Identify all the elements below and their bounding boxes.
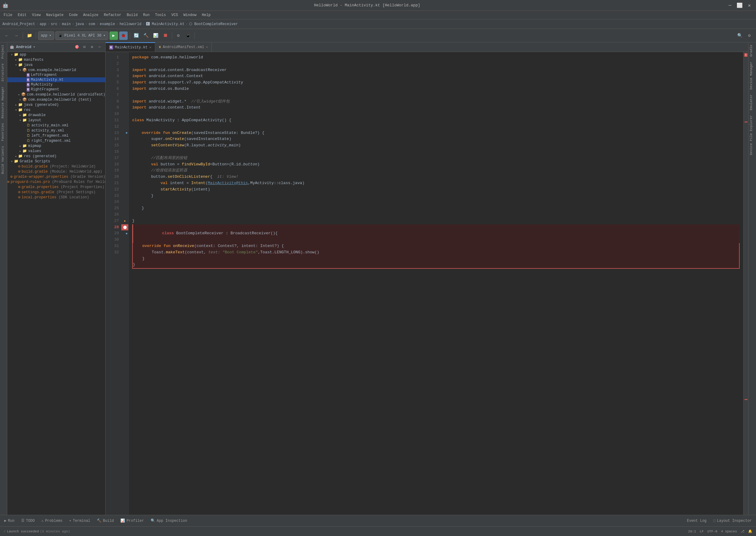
project-more-button[interactable]: ⋯: [96, 44, 103, 50]
avd-manager-button[interactable]: 📱: [184, 31, 193, 40]
breadcrumb-android-project[interactable]: Android_Project: [2, 22, 35, 26]
bottom-tab-run[interactable]: ▶ Run: [1, 517, 18, 524]
bottom-tab-todo[interactable]: ☰ TODO: [18, 517, 38, 524]
sdk-manager-button[interactable]: ⚙: [174, 31, 183, 40]
tab-mainactivity-close[interactable]: ✕: [149, 45, 152, 49]
tree-item-java[interactable]: ▾ 📁 java: [7, 62, 105, 67]
bottom-tab-profiler[interactable]: 📊 Profiler: [117, 517, 147, 524]
build-variants-toggle[interactable]: Build Variants: [0, 144, 7, 176]
menu-code[interactable]: Code: [67, 12, 80, 18]
indent[interactable]: 4 spaces: [721, 530, 737, 533]
tree-item-left-fragment[interactable]: 🗋 left_fragment.xml: [7, 133, 105, 138]
tree-item-test[interactable]: ▸ 📦 com.example.helloworld (test): [7, 97, 105, 102]
tree-item-app[interactable]: ▾ 📁 app: [7, 52, 105, 57]
settings-button[interactable]: ⚙: [745, 31, 754, 40]
sync-button[interactable]: 🔄: [132, 31, 141, 40]
tree-item-gradle-props[interactable]: ⚙ gradle.properties (Project Properties): [7, 184, 105, 189]
breadcrumb-src[interactable]: src: [51, 22, 57, 26]
menu-file[interactable]: File: [1, 12, 15, 18]
resource-manager-toggle[interactable]: Resource Manager: [0, 84, 7, 121]
tree-item-java-gen[interactable]: ▸ 📁 java (generated): [7, 102, 105, 107]
tree-item-myactivity[interactable]: K MyActivity: [7, 82, 105, 87]
forward-button[interactable]: →: [12, 31, 20, 40]
menu-help[interactable]: Help: [199, 12, 213, 18]
menu-navigate[interactable]: Navigate: [44, 12, 66, 18]
tree-item-res[interactable]: ▾ 📁 res: [7, 107, 105, 113]
tree-item-activity-my[interactable]: 🗋 activity_my.xml: [7, 128, 105, 133]
tree-item-activity-main[interactable]: 🗋 activity_main.xml: [7, 123, 105, 128]
breadcrumb-main[interactable]: main: [62, 22, 71, 26]
override-icon-13[interactable]: ●: [126, 131, 128, 135]
build-button[interactable]: 🔨: [142, 31, 150, 40]
tree-item-androidtest[interactable]: ▸ 📦 com.example.helloworld (androidTest): [7, 92, 105, 97]
gradle-panel-toggle[interactable]: Gradle: [748, 42, 756, 59]
device-file-explorer-toggle[interactable]: Device File Explorer: [748, 113, 756, 157]
bottom-tab-app-inspection[interactable]: 🔍 App Inspection: [148, 517, 190, 524]
code-editor[interactable]: package com.example.helloworld import an…: [128, 52, 743, 515]
app-selector[interactable]: app ▾: [38, 31, 54, 40]
tree-item-res-gen[interactable]: ▸ 📁 res (generated): [7, 153, 105, 159]
debug-button[interactable]: 🐞: [119, 31, 128, 40]
bottom-tab-event-log[interactable]: Event Log: [684, 518, 710, 524]
encoding[interactable]: UTF-8: [707, 530, 717, 533]
tree-item-gradle-wrapper[interactable]: ⚙ gradle-wrapper.properties (Gradle Vers…: [7, 174, 105, 179]
tree-item-mainactivity[interactable]: K MainActivity.kt: [7, 77, 105, 82]
tree-item-right-fragment[interactable]: 🗋 right_fragment.xml: [7, 138, 105, 143]
tab-androidmanifest-close[interactable]: ✕: [206, 45, 208, 49]
project-panel-dropdown[interactable]: ▾: [33, 45, 35, 49]
menu-edit[interactable]: Edit: [16, 12, 29, 18]
menu-run[interactable]: Run: [141, 12, 152, 18]
breadcrumb-com[interactable]: com: [89, 22, 95, 26]
tree-item-rightfragment[interactable]: K RightFragment: [7, 87, 105, 92]
locate-in-tree-button[interactable]: 🎯: [74, 44, 80, 50]
minimize-button[interactable]: —: [726, 1, 734, 10]
tree-item-local-props[interactable]: ⚙ local.properties (SDK Location): [7, 195, 105, 200]
override-icon-29[interactable]: ●: [126, 232, 128, 236]
tree-item-mipmap[interactable]: ▸ 📁 mipmap: [7, 143, 105, 149]
tree-item-settings-gradle[interactable]: ⚙ settings.gradle (Project Settings): [7, 189, 105, 195]
close-button[interactable]: ✕: [745, 1, 754, 10]
project-settings-button[interactable]: ⚙: [89, 44, 95, 50]
menu-view[interactable]: View: [30, 12, 43, 18]
breadcrumb-app[interactable]: app: [40, 22, 46, 26]
recent-files-button[interactable]: 📁: [25, 31, 34, 40]
tab-androidmanifest[interactable]: X AndroidManifest.xml ✕: [155, 42, 212, 52]
device-selector[interactable]: 📱 Pixel 4 XL API 30 ▾: [55, 31, 108, 40]
breadcrumb-helloworld[interactable]: helloworld: [120, 22, 141, 26]
run-button[interactable]: ▶: [110, 31, 118, 40]
tree-item-package[interactable]: ▾ 📦 com.example.helloworld: [7, 67, 105, 73]
menu-refactor[interactable]: Refactor: [101, 12, 124, 18]
tab-mainactivity[interactable]: K MainActivity.kt ✕: [106, 42, 155, 52]
menu-tools[interactable]: Tools: [153, 12, 168, 18]
search-button[interactable]: 🔍: [736, 31, 744, 40]
tree-item-build-gradle-proj[interactable]: ⚙ build.gradle (Project: HelloWorld): [7, 164, 105, 169]
menu-window[interactable]: Window: [181, 12, 199, 18]
tree-item-drawable[interactable]: ▸ 📁 drawable: [7, 113, 105, 117]
breadcrumb-bootcomplete[interactable]: ⬡ BootCompleteReceiver: [189, 22, 238, 26]
structure-panel-toggle[interactable]: Structure: [0, 61, 7, 84]
collapse-all-button[interactable]: ⊟: [81, 44, 88, 50]
back-button[interactable]: ←: [2, 31, 11, 40]
tree-item-gradle-scripts[interactable]: ▾ 📁 Gradle Scripts: [7, 159, 105, 164]
notification-icon[interactable]: 🔔: [748, 529, 752, 533]
line-separator[interactable]: LF: [700, 530, 704, 533]
stop-button[interactable]: ⏹: [161, 31, 170, 40]
breadcrumb-example[interactable]: example: [100, 22, 115, 26]
project-panel-toggle[interactable]: Project: [0, 42, 7, 61]
tree-item-build-gradle-mod[interactable]: ⚙ build.gradle (Module: HelloWorld.app): [7, 169, 105, 174]
emulator-toggle[interactable]: Emulator: [748, 92, 756, 113]
maximize-button[interactable]: ⬜: [736, 1, 744, 10]
tree-item-proguard[interactable]: ⚙ proguard-rules.pro (ProGuard Rules for…: [7, 179, 105, 184]
gutter-row-28[interactable]: ⬤: [121, 224, 128, 231]
bottom-tab-problems[interactable]: ⚠ Problems: [38, 517, 66, 524]
cursor-position[interactable]: 28:1: [688, 530, 696, 533]
bottom-tab-terminal[interactable]: ▪ Terminal: [66, 518, 93, 524]
menu-analyze[interactable]: Analyze: [81, 12, 101, 18]
menu-build[interactable]: Build: [124, 12, 140, 18]
breadcrumb-mainactivity[interactable]: 🅺 MainActivity.kt: [146, 22, 185, 26]
tree-item-layout[interactable]: ▾ 📁 layout: [7, 117, 105, 123]
bottom-tab-layout-inspector[interactable]: ⬚ Layout Inspector: [710, 517, 755, 524]
tree-item-manifests[interactable]: ▸ 📁 manifests: [7, 57, 105, 62]
bottom-tab-build[interactable]: 🔨 Build: [94, 517, 117, 524]
device-manager-toggle[interactable]: Device Manager: [748, 59, 756, 92]
